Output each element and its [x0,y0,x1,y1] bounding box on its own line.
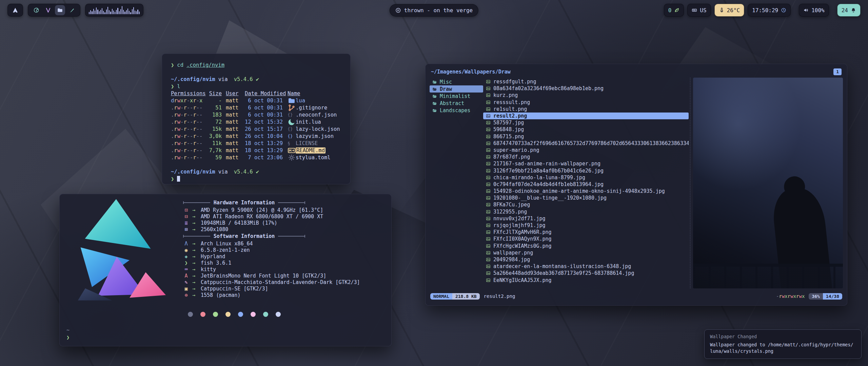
brush-icon [69,7,75,13]
module-keyboard-layout[interactable]: US [687,4,711,17]
module-volume[interactable]: 100% [799,4,829,17]
file-permissions: .rw-r--r-- [171,140,206,146]
module-notifications[interactable]: 24 [837,4,861,17]
file-item[interactable]: FXfcII0X0AQyn9X.png [483,236,689,242]
file-name: FXfcJlTXgAMvH6R.png [493,229,552,235]
directory-item[interactable]: Draw [430,85,483,93]
listing-row: .rw-r--r--51matt 6 oct 00:31.gitignore [171,104,341,111]
file-item[interactable]: 8FKa7Cu.jpeg [483,201,689,208]
tab-badge[interactable]: 1 [833,68,842,75]
directory-name: Draw [440,86,452,92]
file-item[interactable]: 866715.png [483,133,689,140]
module-clock[interactable]: 17:50:29 [748,4,791,17]
visualizer-bar [129,11,130,14]
visualizer-bar [130,12,131,14]
file-owner: matt [226,98,241,104]
file-item[interactable]: 596848.jpg [483,126,689,133]
file-item[interactable]: 87r687df.png [483,154,689,160]
folder-icon [57,7,63,13]
file-item[interactable]: 68747470733a2f2f696d616765732d7769786d70… [483,140,689,147]
file-name: ressdfgult.png [493,79,536,85]
bell-icon [851,7,856,13]
keyboard-icon [692,7,697,13]
file-item[interactable]: ressdfgult.png [483,78,689,85]
section-title: Hardware Information [214,200,275,206]
image-icon [486,148,491,152]
file-item[interactable]: 19201080-__blue-tinge__-1920×1080.jpg [483,195,689,201]
file-permissions: .rw-r--r-- [171,126,206,132]
image-icon [486,223,491,228]
file-item[interactable]: 08a634fa02a32364f69ebc86a98eb1eb.png [483,85,689,92]
file-item[interactable]: 217167-sad-anime-rain-wallpaper.png [483,160,689,167]
fetch-line: Λ→Arch Linux x86_64 [183,240,373,247]
file-size: 51 [206,105,222,111]
section-title: Software Information [214,233,275,239]
folder-open-icon [432,94,437,99]
file-item[interactable]: chica-mirando-la-luna-8799.jpg [483,174,689,181]
file-item[interactable]: FXfcJlTXgAMvH6R.png [483,229,689,236]
file-item[interactable]: 587597.jpg [483,119,689,126]
git-icon [288,104,296,112]
file-item[interactable]: kurz.png [483,92,689,99]
workspace-1[interactable] [31,5,41,15]
visualizer-bar [104,12,105,14]
file-item[interactable]: resssult.png [483,99,689,106]
column-header: Size [206,90,222,97]
image-preview [693,78,843,288]
file-permissions: .rw-r--r-- [171,105,206,111]
palette-dot [213,312,218,317]
file-name: 3122955.png [493,209,527,215]
bar-left [7,4,143,17]
v-icon [45,7,51,13]
module-weather[interactable]: 26°C [714,4,745,17]
workspaces [28,4,80,17]
module-updates[interactable]: 0 [664,4,684,17]
workspace-3[interactable] [55,5,65,15]
image-icon [486,244,491,248]
file-item[interactable]: EeNKYgIUcAAJ5JX.png [483,277,689,283]
workspace-4[interactable] [67,5,77,15]
file-item[interactable]: super-mario.png [483,147,689,154]
palette-dot [276,312,281,317]
directory-name: Landscapes [440,107,470,114]
file-item[interactable]: 154928-odinokoe_anime-art-anime-okno-sin… [483,188,689,195]
file-item[interactable]: nnvuv0xj2df71.jpg [483,215,689,222]
file-item[interactable]: 0c794faf07de24a4db4d4fb1eb813964.jpg [483,181,689,188]
hyprland-crystal-logo [66,197,166,302]
file-item[interactable]: wallpaper.png [483,249,689,256]
launcher-button[interactable] [7,4,23,17]
file-item[interactable]: 20492984.jpg [483,256,689,263]
file-name: 68747470733a2f2f696d616765732d7769786d70… [493,140,689,146]
file-item[interactable]: result2.png [483,113,689,119]
file-item[interactable]: atardecer-en-la-montanas-ilustracion-634… [483,263,689,270]
file-name: 19201080-__blue-tinge__-1920×1080.jpg [493,195,607,201]
file-item[interactable]: re1sult.png [483,106,689,113]
file-item[interactable]: rsjqojlmjhf91.jpg [483,222,689,229]
directory-item[interactable]: Landscapes [430,107,483,114]
folder-open-icon [432,108,437,113]
file-owner: matt [226,112,241,118]
fetch-value: 6.5.8-zen1-1-zen [201,247,250,253]
file-item[interactable]: FXfcHgcWIAMzs0G.png [483,243,689,249]
shell-icon: ❯ [183,260,189,266]
media-widget[interactable]: thrown - on the verge [390,4,478,17]
fetch-value: Catppuccin-SE [GTK2/3] [201,286,268,292]
file-item[interactable]: 3122955.png [483,208,689,215]
notification-popup[interactable]: Wallpaper Changed Wallpaper changed to /… [704,329,862,359]
directory-item[interactable]: Misc [430,78,483,85]
fetch-value: JetBrainsMono Nerd Font Light 10 [GTK2/3… [201,273,326,279]
workspace-2[interactable] [43,5,53,15]
visualizer-bar [127,8,128,14]
command-name: cd [177,62,183,68]
file-item[interactable]: 3126f7e9bbf21a8a4af0b67b041c6e26.jpg [483,167,689,174]
listing-row: .rw-r--r--15kmatt26 oct 15:17{}lazy-lock… [171,125,341,133]
file-owner: matt [226,126,241,132]
breadcrumb-path: ~/Imagenes/Wallpapers/Draw [431,69,511,75]
image-icon [486,264,491,269]
file-size: 15k [206,126,222,132]
file-item[interactable]: 5a266e448add93deab367d87173e9f25-6837886… [483,270,689,277]
directory-item[interactable]: Abstract [430,100,483,107]
directory-item[interactable]: Minimalist [430,93,483,100]
visualizer-bar [97,9,98,14]
file-permissions: .rw-r--r-- [171,119,206,125]
